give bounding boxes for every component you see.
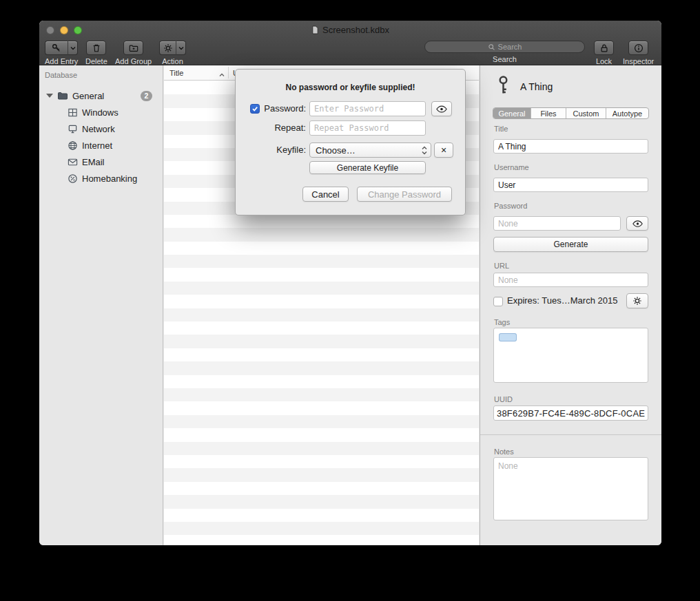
tags-label: Tags bbox=[494, 318, 510, 326]
delete-button[interactable] bbox=[86, 41, 106, 55]
inspector-button[interactable] bbox=[628, 41, 648, 55]
action-label: Action bbox=[162, 57, 183, 65]
table-row[interactable] bbox=[164, 468, 479, 481]
inspector-label: Inspector bbox=[623, 57, 654, 65]
generate-keyfile-button[interactable]: Generate Keyfile bbox=[309, 161, 426, 174]
sidebar-item-homebanking[interactable]: Homebanking bbox=[39, 170, 163, 187]
disclosure-triangle-icon[interactable] bbox=[46, 94, 53, 98]
email-icon bbox=[67, 156, 78, 167]
eye-icon bbox=[436, 105, 447, 113]
entry-key-icon bbox=[495, 74, 511, 97]
entry-title: A Thing bbox=[520, 81, 553, 92]
notes-label: Notes bbox=[494, 447, 514, 456]
tab-autotype[interactable]: Autotype bbox=[606, 108, 648, 118]
key-plus-icon bbox=[52, 43, 61, 53]
windows-icon bbox=[67, 107, 78, 118]
tab-files[interactable]: Files bbox=[531, 108, 566, 118]
cancel-button[interactable]: Cancel bbox=[302, 187, 349, 202]
group-badge: 2 bbox=[141, 91, 152, 101]
tags-box[interactable] bbox=[493, 328, 648, 383]
info-icon bbox=[634, 43, 644, 53]
table-row[interactable] bbox=[164, 268, 479, 281]
url-label: URL bbox=[494, 262, 509, 270]
action-button[interactable] bbox=[159, 41, 176, 55]
sidebar-item-windows[interactable]: Windows bbox=[39, 104, 163, 120]
add-group-label: Add Group bbox=[115, 57, 152, 65]
add-entry-button[interactable] bbox=[45, 41, 68, 55]
tab-custom[interactable]: Custom bbox=[566, 108, 606, 118]
expires-settings-button[interactable] bbox=[626, 293, 648, 308]
add-entry-dropdown-button[interactable] bbox=[68, 41, 78, 55]
tab-general[interactable]: General bbox=[493, 108, 531, 118]
sidebar-item-network[interactable]: Network bbox=[39, 120, 163, 137]
change-password-button[interactable]: Change Password bbox=[357, 187, 452, 202]
table-row[interactable] bbox=[164, 321, 479, 335]
action-dropdown-button[interactable] bbox=[176, 41, 186, 55]
lock-button[interactable] bbox=[594, 41, 614, 55]
table-row[interactable] bbox=[164, 242, 479, 255]
table-row[interactable] bbox=[164, 509, 479, 522]
sidebar-group-general[interactable]: General 2 bbox=[39, 87, 163, 104]
table-row[interactable] bbox=[164, 215, 479, 228]
table-row[interactable] bbox=[164, 535, 479, 545]
table-row[interactable] bbox=[164, 522, 479, 535]
inspector-divider bbox=[480, 434, 661, 435]
add-group-button[interactable] bbox=[123, 41, 143, 55]
popup-arrows-icon bbox=[422, 146, 427, 157]
add-entry-label: Add Entry bbox=[45, 57, 78, 65]
table-row[interactable] bbox=[164, 361, 479, 375]
table-row[interactable] bbox=[164, 482, 479, 495]
table-row[interactable] bbox=[164, 375, 479, 388]
checkmark-icon bbox=[251, 105, 258, 112]
keyfile-clear-button[interactable]: × bbox=[434, 143, 453, 158]
title-input[interactable] bbox=[493, 139, 648, 154]
segmented-control: General Files Custom Autotype bbox=[493, 107, 649, 119]
username-input[interactable] bbox=[493, 178, 648, 192]
folder-icon bbox=[57, 90, 68, 101]
generate-button[interactable]: Generate bbox=[493, 237, 648, 252]
url-input[interactable] bbox=[493, 273, 648, 287]
table-row[interactable] bbox=[164, 282, 479, 295]
repeat-input[interactable] bbox=[309, 120, 426, 136]
sidebar-item-email[interactable]: EMail bbox=[39, 154, 163, 170]
gear-icon bbox=[632, 296, 642, 306]
tag-pill[interactable] bbox=[499, 333, 517, 341]
toolbar-item-delete: Delete bbox=[85, 41, 107, 65]
table-row[interactable] bbox=[164, 442, 479, 455]
toolbar-item-search: Search Search bbox=[424, 41, 585, 63]
table-row[interactable] bbox=[164, 401, 479, 414]
column-divider[interactable] bbox=[228, 67, 229, 78]
password-checkbox[interactable] bbox=[250, 104, 260, 114]
search-input[interactable]: Search bbox=[424, 41, 585, 53]
uuid-label: UUID bbox=[494, 395, 513, 403]
toolbar-item-lock: Lock bbox=[594, 41, 614, 65]
table-row[interactable] bbox=[164, 415, 479, 428]
expires-checkbox[interactable] bbox=[493, 297, 503, 306]
sidebar-item-internet[interactable]: Internet bbox=[39, 137, 163, 154]
keyfile-popup[interactable]: Choose… bbox=[309, 143, 431, 158]
lock-icon bbox=[599, 43, 609, 53]
table-row[interactable] bbox=[164, 295, 479, 308]
password-input[interactable] bbox=[309, 101, 426, 116]
inspector-password-input[interactable] bbox=[493, 216, 621, 231]
column-title[interactable]: Title bbox=[169, 65, 183, 81]
notes-textarea[interactable] bbox=[493, 457, 648, 520]
delete-label: Delete bbox=[85, 57, 107, 65]
table-row[interactable] bbox=[164, 388, 479, 401]
password-reveal-button[interactable] bbox=[431, 101, 452, 116]
titlebar[interactable]: Screenshot.kdbx bbox=[39, 21, 661, 39]
document-proxy-icon bbox=[311, 25, 319, 34]
uuid-input[interactable] bbox=[493, 405, 648, 421]
inspector-password-reveal-button[interactable] bbox=[626, 216, 648, 231]
table-row[interactable] bbox=[164, 348, 479, 361]
expires-label: Expires: Tues…March 2015 bbox=[507, 295, 617, 306]
username-label: Username bbox=[494, 163, 529, 171]
table-row[interactable] bbox=[164, 308, 479, 321]
clear-x-icon: × bbox=[441, 145, 446, 156]
table-row[interactable] bbox=[164, 495, 479, 508]
table-row[interactable] bbox=[164, 255, 479, 268]
table-row[interactable] bbox=[164, 335, 479, 348]
table-row[interactable] bbox=[164, 228, 479, 241]
table-row[interactable] bbox=[164, 428, 479, 441]
table-row[interactable] bbox=[164, 455, 479, 468]
